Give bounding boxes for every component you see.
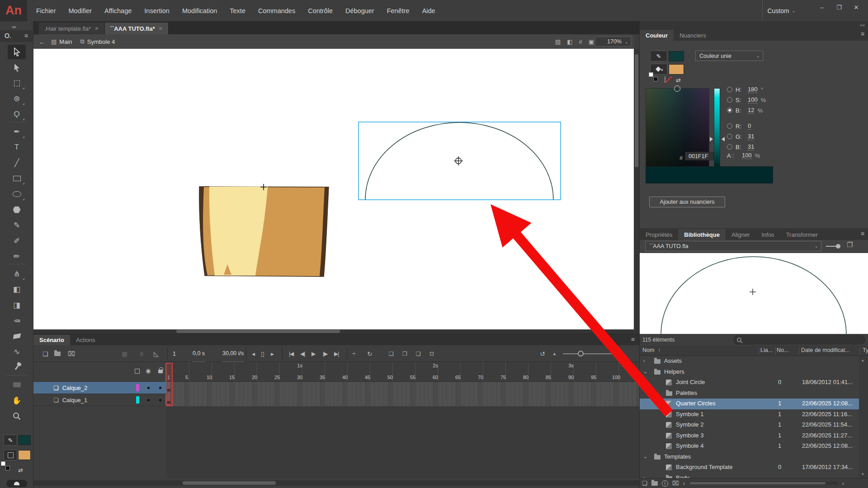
stage-canvas[interactable] <box>33 49 634 329</box>
menu-dboguer[interactable]: Déboguer <box>339 7 381 14</box>
library-horizontal-scrollbar[interactable] <box>689 482 838 485</box>
picker-marker[interactable] <box>674 85 680 92</box>
workspace-switcher[interactable]: Custom ⌄ <box>762 0 800 21</box>
fill-color-swatch[interactable] <box>669 64 684 75</box>
swap-colors-icon[interactable]: ⇄ <box>18 467 23 474</box>
fluid-brush-tool[interactable]: ✏ <box>8 249 26 264</box>
canvas-horizontal-scrollbar[interactable] <box>33 329 634 333</box>
line-tool[interactable]: ╱ <box>8 156 26 170</box>
close-icon[interactable]: ✕ <box>159 26 163 32</box>
elapsed-time-value[interactable]: 0,0 s <box>193 345 205 362</box>
first-frame-icon[interactable]: |◀ <box>289 345 293 362</box>
subselection-tool[interactable] <box>8 61 26 75</box>
timeline-scroll-thumb[interactable] <box>183 481 276 485</box>
collapse-panel-icon[interactable]: «« <box>12 24 15 29</box>
menu-texte[interactable]: Texte <box>223 7 252 14</box>
library-item-assets[interactable]: ›Assets <box>640 356 859 367</box>
paint-bucket-tool[interactable]: ◧ <box>8 282 26 297</box>
layer-lock-dot[interactable] <box>159 387 161 389</box>
tab-couleur[interactable]: Couleur <box>640 30 674 41</box>
v-scroll-thumb[interactable] <box>635 54 638 167</box>
column-header-2[interactable]: No... <box>777 347 788 353</box>
canvas-vertical-scrollbar[interactable] <box>634 49 639 333</box>
tab-actions[interactable]: Actions <box>70 335 101 345</box>
item-properties-button[interactable]: i <box>662 480 668 487</box>
layer-visible-dot[interactable] <box>147 387 150 389</box>
rectangle-tool[interactable] <box>8 171 26 186</box>
library-item-symbole-2[interactable]: Symbole 2122/06/2025 11:54... <box>640 420 859 431</box>
bone-tool[interactable]: ⋔ <box>8 267 26 281</box>
menu-contrle[interactable]: Contrôle <box>302 7 339 14</box>
library-item-body[interactable]: ›Body <box>640 473 859 479</box>
camera-tool[interactable] <box>8 378 26 392</box>
timeline-ruler[interactable]: 1510152025303540455055606570758085909510… <box>166 362 639 382</box>
selection-tool[interactable] <box>8 45 26 59</box>
h-scroll-thumb[interactable] <box>176 330 340 333</box>
document-tab[interactable]: .Hair template.fla*✕ <box>39 23 105 34</box>
library-document-select[interactable]: ``AAA TUTO.fla ⌄ <box>645 241 821 251</box>
back-icon[interactable]: ← <box>39 38 46 46</box>
radio-unselected[interactable] <box>727 134 732 139</box>
frame-range-icon[interactable]: ⊡ <box>429 345 434 362</box>
tab-propriétés[interactable]: Propriétés <box>640 229 678 240</box>
radio-unselected[interactable] <box>727 97 732 103</box>
expander-icon[interactable]: ⌄ <box>643 454 647 460</box>
tab-bibliothque[interactable]: Bibliothèque <box>678 229 726 240</box>
tab-nuanciers[interactable]: Nuanciers <box>674 30 712 41</box>
center-frame-icon[interactable]: ÷ <box>352 345 356 362</box>
ink-bottle-tool[interactable]: ◨ <box>8 298 26 312</box>
stage-zoom-select[interactable]: 170% ⌄ <box>595 37 631 47</box>
library-item-quarter-circles[interactable]: Quarter Circles122/06/2025 12:08... <box>640 399 859 409</box>
timeline-zoom-slider[interactable] <box>563 345 613 362</box>
tab-transformer[interactable]: Transformer <box>780 229 824 240</box>
classic-brush-tool[interactable]: ✐ <box>8 234 26 248</box>
prev-frame-icon[interactable]: ◀| <box>300 345 305 362</box>
column-header-1[interactable]: Lia... <box>760 347 773 353</box>
play-icon[interactable]: ▶ <box>311 345 315 362</box>
loop-icon[interactable]: ↻ <box>367 345 373 362</box>
color-channel-value[interactable]: 100 <box>748 96 758 103</box>
radio-selected[interactable] <box>727 108 732 113</box>
oval-tool[interactable] <box>8 187 26 202</box>
menu-modification[interactable]: Modification <box>176 7 223 14</box>
library-item-joint-circle[interactable]: Joint Circle018/06/2012 01:41... <box>640 377 859 388</box>
text-tool[interactable]: T <box>8 140 26 155</box>
slider-handle-left[interactable] <box>710 137 713 141</box>
expander-icon[interactable]: ⌄ <box>643 369 647 375</box>
library-item-symbole-1[interactable]: Symbole 1122/06/2025 11:16... <box>640 409 859 420</box>
delete-item-button[interactable]: ⌧ <box>672 480 679 487</box>
frame-rate-value[interactable]: 30,00 i/s <box>222 345 244 362</box>
width-tool[interactable]: ∿ <box>8 345 26 359</box>
timeline-horizontal-scrollbar[interactable] <box>33 480 639 486</box>
next-frame-icon[interactable]: |▶ <box>323 345 327 362</box>
onion-next-icon[interactable]: ▸ <box>271 345 274 362</box>
reset-timeline-zoom-icon[interactable]: ↺ <box>540 345 545 362</box>
edit-scene-icon[interactable]: ▤ <box>555 38 561 45</box>
color-channel-value[interactable]: 31 <box>748 133 754 140</box>
color-type-select[interactable]: Couleur unie ⌄ <box>695 51 763 61</box>
menu-fichier[interactable]: Fichier <box>30 7 62 14</box>
menu-aide[interactable]: Aide <box>416 7 442 14</box>
duplicate-frame-icon[interactable]: ❏ <box>389 345 394 362</box>
menu-modifier[interactable]: Modifier <box>62 7 99 14</box>
fill-icon[interactable]: ◧ <box>567 38 572 45</box>
column-header-4[interactable]: Ty <box>863 347 868 353</box>
layer-row-calque_1[interactable]: ❏Calque_1 <box>33 394 166 406</box>
menu-insertion[interactable]: Insertion <box>138 7 176 14</box>
new-symbol-button[interactable]: ❏ <box>642 480 647 487</box>
scroll-right-icon[interactable]: › <box>842 480 844 487</box>
asset-warp-tool[interactable] <box>8 360 26 375</box>
brightness-slider[interactable] <box>714 88 720 179</box>
tab-scénario[interactable]: Scénario <box>33 335 70 345</box>
layer-row-calque_2[interactable]: ❏Calque_2 <box>33 382 166 394</box>
eyedropper-tool[interactable]: ✎ <box>8 314 26 328</box>
menu-fentre[interactable]: Fenêtre <box>381 7 416 14</box>
delete-layer-button[interactable]: ⌧ <box>68 345 75 362</box>
add-to-swatches-button[interactable]: Ajouter aux nuanciers <box>649 197 725 207</box>
graph-editor-icon[interactable]: ◺ <box>154 345 159 362</box>
lasso-tool[interactable]: Ϙ <box>8 107 26 122</box>
snap-icon[interactable]: ▣ <box>589 38 594 45</box>
scroll-left-icon[interactable]: ‹ <box>683 480 685 487</box>
new-library-panel-icon[interactable]: ❐ <box>847 241 853 249</box>
stroke-color-swatch[interactable] <box>18 435 31 445</box>
